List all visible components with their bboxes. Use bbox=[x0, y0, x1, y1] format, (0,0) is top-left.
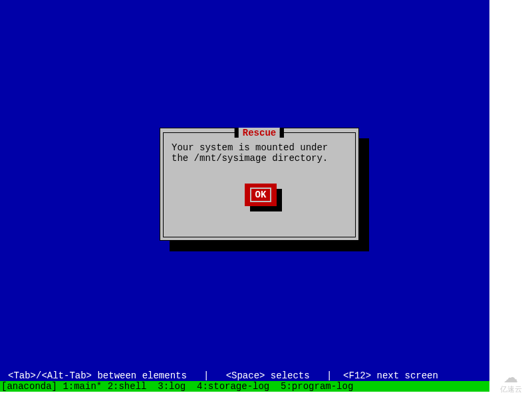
title-decoration-right bbox=[280, 128, 284, 138]
dialog-frame: Rescue Your system is mounted under the … bbox=[163, 132, 356, 237]
watermark-text: 亿速云 bbox=[500, 384, 522, 394]
dialog-message: Your system is mounted under the /mnt/sy… bbox=[172, 142, 347, 164]
ok-button[interactable]: OK bbox=[245, 184, 277, 206]
dialog-title-wrap: Rescue bbox=[235, 128, 284, 138]
help-bar: <Tab>/<Alt-Tab> between elements | <Spac… bbox=[0, 370, 489, 381]
console-screen: Rescue Your system is mounted under the … bbox=[0, 0, 489, 392]
cloud-icon: ☁ bbox=[503, 371, 518, 384]
dialog-title: Rescue bbox=[239, 128, 280, 138]
watermark: ☁ 亿速云 bbox=[491, 366, 531, 399]
status-bar: [anaconda] 1:main* 2:shell 3:log 4:stora… bbox=[0, 381, 489, 392]
ok-button-label: OK bbox=[250, 188, 272, 202]
rescue-dialog: Rescue Your system is mounted under the … bbox=[160, 128, 359, 241]
